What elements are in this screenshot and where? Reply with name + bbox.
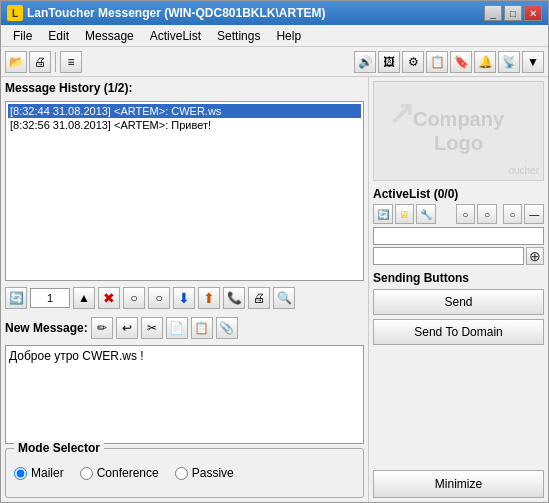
toolbar-dropdown-btn[interactable]: ▼	[522, 51, 544, 73]
mode-passive-radio[interactable]	[175, 467, 188, 480]
mode-passive-label: Passive	[192, 466, 234, 480]
toolbar-network-btn[interactable]: 📡	[498, 51, 520, 73]
toolbar-sound-btn[interactable]: 🔊	[354, 51, 376, 73]
al-circle2-btn[interactable]: ○	[477, 204, 497, 224]
window-title: LanToucher Messenger (WIN-QDC801BKLK\ART…	[27, 6, 325, 20]
title-bar-left: L LanToucher Messenger (WIN-QDC801BKLK\A…	[7, 5, 325, 21]
title-bar-controls: _ □ ✕	[484, 5, 542, 21]
mode-conference[interactable]: Conference	[80, 466, 159, 480]
mode-mailer-radio[interactable]	[14, 467, 27, 480]
sending-buttons-section: Sending Buttons Send Send To Domain	[373, 271, 544, 345]
toolbar-divider	[55, 52, 56, 72]
active-list-inputs: ⊕	[373, 227, 544, 265]
al-settings-btn[interactable]: 🔧	[416, 204, 436, 224]
toolbar-notify-btn[interactable]: 🔔	[474, 51, 496, 73]
menu-activelist[interactable]: ActiveList	[142, 27, 209, 44]
history-item: [8:32:44 31.08.2013] <ARTEM>: CWER.ws	[8, 104, 361, 118]
sending-label: Sending Buttons	[373, 271, 544, 285]
minimize-button[interactable]: Minimize	[373, 470, 544, 498]
circle-btn1[interactable]: ○	[123, 287, 145, 309]
minimize-section: Minimize	[373, 351, 544, 498]
al-input-row-2: ⊕	[373, 247, 544, 265]
logo-sub: oucher	[508, 165, 539, 176]
al-circle3-btn[interactable]: ○	[503, 204, 523, 224]
title-bar: L LanToucher Messenger (WIN-QDC801BKLK\A…	[1, 1, 548, 25]
mode-passive[interactable]: Passive	[175, 466, 234, 480]
new-message-label: New Message:	[5, 321, 88, 335]
edit-btn[interactable]: ✏	[91, 317, 113, 339]
counter-input[interactable]	[30, 288, 70, 308]
al-circle1-btn[interactable]: ○	[456, 204, 476, 224]
toolbar: 📂 🖨 ≡ 🔊 🖼 ⚙ 📋 🔖 🔔 📡 ▼	[1, 47, 548, 77]
toolbar-print-btn[interactable]: 🖨	[29, 51, 51, 73]
logo-line2: Logo	[434, 132, 483, 154]
circle-btn2[interactable]: ○	[148, 287, 170, 309]
logo-watermark: oucher	[508, 165, 539, 176]
app-icon: L	[7, 5, 23, 21]
menu-message[interactable]: Message	[77, 27, 142, 44]
phone-btn[interactable]: 📞	[223, 287, 245, 309]
minimize-window-btn[interactable]: _	[484, 5, 502, 21]
toolbar-image-btn[interactable]: 🖼	[378, 51, 400, 73]
new-message-row: New Message: ✏ ↩ ✂ 📄 📋 📎	[5, 315, 364, 341]
menu-settings[interactable]: Settings	[209, 27, 268, 44]
controls-row: 🔄 ▲ ✖ ○ ○ ⬇ ⬆ 📞 🖨 🔍	[5, 285, 364, 311]
message-input-text: Доброе утро CWER.ws !	[9, 349, 144, 363]
message-input-area[interactable]: Доброе утро CWER.ws !	[5, 345, 364, 444]
refresh-btn[interactable]: 🔄	[5, 287, 27, 309]
al-add-btn[interactable]: ⊕	[526, 247, 544, 265]
up-arrow-btn[interactable]: ⬆	[198, 287, 220, 309]
menu-help[interactable]: Help	[268, 27, 309, 44]
al-input-2[interactable]	[373, 247, 524, 265]
counter-up-btn[interactable]: ▲	[73, 287, 95, 309]
al-refresh-btn[interactable]: 🔄	[373, 204, 393, 224]
mode-selector: Mode Selector Mailer Conference Passive	[5, 448, 364, 498]
right-panel: ↗ Company Logo oucher ActiveList (0/0) 🔄…	[368, 77, 548, 502]
toolbar-settings-btn[interactable]: ⚙	[402, 51, 424, 73]
menu-file[interactable]: File	[5, 27, 40, 44]
message-history-label: Message History (1/2):	[5, 81, 364, 95]
send-to-domain-button[interactable]: Send To Domain	[373, 319, 544, 345]
toolbar-right: 🔊 🖼 ⚙ 📋 🔖 🔔 📡 ▼	[354, 51, 544, 73]
left-panel: Message History (1/2): [8:32:44 31.08.20…	[1, 77, 368, 502]
restore-btn[interactable]: □	[504, 5, 522, 21]
active-list-section: ActiveList (0/0) 🔄 🖥 🔧 ○ ○ ○ —	[373, 187, 544, 265]
menu-edit[interactable]: Edit	[40, 27, 77, 44]
active-list-toolbar: 🔄 🖥 🔧 ○ ○ ○ —	[373, 204, 544, 224]
company-logo-text: Company Logo	[413, 107, 504, 155]
paste-btn[interactable]: 📋	[191, 317, 213, 339]
mode-selector-legend: Mode Selector	[14, 441, 104, 455]
menu-bar: File Edit Message ActiveList Settings He…	[1, 25, 548, 47]
attach-btn[interactable]: 📎	[216, 317, 238, 339]
mode-mailer-label: Mailer	[31, 466, 64, 480]
close-btn[interactable]: ✕	[524, 5, 542, 21]
logo-line1: Company	[413, 108, 504, 130]
al-input-row-1	[373, 227, 544, 245]
mode-mailer[interactable]: Mailer	[14, 466, 64, 480]
cut-btn[interactable]: ✂	[141, 317, 163, 339]
toolbar-open-btn[interactable]: 📂	[5, 51, 27, 73]
down-arrow-btn[interactable]: ⬇	[173, 287, 195, 309]
mode-conference-label: Conference	[97, 466, 159, 480]
undo-btn[interactable]: ↩	[116, 317, 138, 339]
al-monitor-btn[interactable]: 🖥	[395, 204, 415, 224]
copy-btn[interactable]: 📄	[166, 317, 188, 339]
al-input-1[interactable]	[373, 227, 544, 245]
al-minus-btn[interactable]: —	[524, 204, 544, 224]
mode-conference-radio[interactable]	[80, 467, 93, 480]
toolbar-list-btn[interactable]: ≡	[60, 51, 82, 73]
printer-btn[interactable]: 🖨	[248, 287, 270, 309]
stop-btn[interactable]: ✖	[98, 287, 120, 309]
active-list-label: ActiveList (0/0)	[373, 187, 544, 201]
message-history-box[interactable]: [8:32:44 31.08.2013] <ARTEM>: CWER.ws [8…	[5, 101, 364, 281]
main-window: L LanToucher Messenger (WIN-QDC801BKLK\A…	[0, 0, 549, 503]
company-logo: ↗ Company Logo oucher	[373, 81, 544, 181]
history-item: [8:32:56 31.08.2013] <ARTEM>: Привет!	[8, 118, 361, 132]
send-button[interactable]: Send	[373, 289, 544, 315]
search-btn[interactable]: 🔍	[273, 287, 295, 309]
toolbar-clipboard-btn[interactable]: 📋	[426, 51, 448, 73]
main-content: Message History (1/2): [8:32:44 31.08.20…	[1, 77, 548, 502]
toolbar-bookmark-btn[interactable]: 🔖	[450, 51, 472, 73]
